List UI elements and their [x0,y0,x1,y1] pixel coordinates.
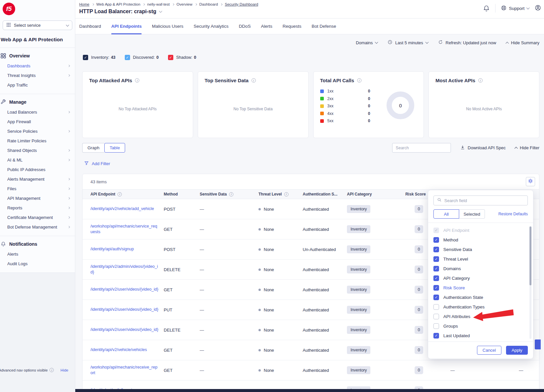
sidebar-item-api-management[interactable]: API Management [0,194,75,203]
refresh-button[interactable]: Refresh: Updated just now [438,40,496,46]
hide-nav-link[interactable]: Hide [60,368,68,372]
sidebar-item-files[interactable]: Files [0,184,75,194]
popup-tab-all[interactable]: All [433,209,459,219]
checkbox-unchecked-icon[interactable] [433,323,439,329]
popup-field-authentication-state[interactable]: ✓Authentication State [433,293,533,302]
breadcrumb-item[interactable]: Dashboard [199,2,218,6]
checkbox-checked-icon[interactable]: ✓ [433,256,439,262]
partially-hidden-blue-button[interactable] [535,339,541,349]
sidebar-item-alerts-management[interactable]: Alerts Management [0,174,75,184]
checkbox-checked-icon[interactable]: ✓ [168,55,173,60]
sidebar-item-ai-ml[interactable]: AI & ML [0,155,75,165]
search-input[interactable] [392,143,451,153]
sidebar-item-rate-limiter-policies[interactable]: Rate Limiter Policies [0,136,75,146]
chevron-down-icon[interactable] [159,10,162,13]
summary-filter-discovered[interactable]: ✓Discovered:0 [125,55,159,60]
checkbox-checked-icon[interactable]: ✓ [433,295,439,300]
popup-field-authentication-types[interactable]: Authentication Types [433,302,533,312]
tab-malicious-users[interactable]: Malicious Users [152,18,183,34]
sidebar-item-audit-logs[interactable]: Audit Logs [0,259,75,268]
account-menu[interactable] [534,4,541,12]
checkbox-unchecked-icon[interactable] [433,304,439,310]
api-endpoint-link[interactable]: /workshop/api/mechanic/receive_report [90,365,164,376]
api-endpoint-link[interactable]: /identity/api/v2/vehicle/vehicles [90,347,164,353]
time-range-dropdown[interactable]: Last 5 minutes [388,40,428,46]
info-icon[interactable]: i [252,78,256,83]
info-icon[interactable]: i [478,78,483,83]
checkbox-checked-icon[interactable]: ✓ [83,55,88,60]
popup-field-sensitive-data[interactable]: ✓Sensitive Data [433,245,533,254]
column-header-api-endpoint[interactable]: API Endpointi [90,192,164,196]
api-endpoint-link[interactable]: /workshop/api/mechanic/service_requests [90,224,164,235]
popup-field-risk-score[interactable]: ✓Risk Score [433,283,533,293]
sidebar-item-bot-defense-management[interactable]: Bot Defense Management [0,222,75,232]
sidebar-item-reports[interactable]: Reports [0,203,75,213]
column-header-risk-score[interactable]: Risk Score [395,192,431,196]
breadcrumb-item[interactable]: Security Dashboard [225,2,258,6]
checkbox-checked-icon[interactable]: ✓ [433,333,439,339]
checkbox-checked-icon[interactable]: ✓ [433,266,439,271]
sidebar-item-app-firewall[interactable]: App Firewall [0,117,75,126]
breadcrumb-item[interactable]: Overview [177,2,192,6]
column-header-threat-level[interactable]: Threat Leveli [258,192,303,196]
sidebar-item-app-traffic[interactable]: App Traffic [0,80,75,90]
api-endpoint-link[interactable]: /identity/api/v2/user/videos/{video_id} [90,307,164,313]
popup-field-threat-level[interactable]: ✓Threat Level [433,254,533,264]
breadcrumb-item[interactable]: Home [79,2,89,6]
summary-filter-shadow[interactable]: ✓Shadow:0 [168,55,196,60]
apply-button[interactable]: Apply [506,346,528,355]
sidebar-item-dashboards[interactable]: Dashboards [0,61,75,71]
popup-field-domains[interactable]: ✓Domains [433,264,533,273]
api-endpoint-link[interactable]: /identity/api/v2/user/videos/{video_id} [90,327,164,333]
sidebar-item-service-policies[interactable]: Service Policies [0,126,75,136]
hide-filter-button[interactable]: Hide Filter [515,145,539,150]
table-view-button[interactable]: Table [104,143,125,153]
checkbox-checked-icon[interactable]: ✓ [125,55,130,60]
info-icon[interactable]: i [357,78,361,83]
hide-summary-button[interactable]: Hide Summary [506,40,539,45]
sidebar-item-shared-objects[interactable]: Shared Objects [0,146,75,155]
support-menu[interactable]: Support [501,5,529,12]
download-api-spec-button[interactable]: Download API Spec [460,145,506,151]
column-header-authentication-s[interactable]: Authentication S... [303,192,347,196]
api-endpoint-link[interactable]: /identity/api/v2/vehicle/add_vehicle [90,206,164,212]
popup-field-groups[interactable]: Groups [433,321,533,331]
tab-requests[interactable]: Requests [283,18,301,34]
api-endpoint-link[interactable]: /identity/api/v2/user/videos/{video_id} [90,287,164,293]
popup-scrollbar[interactable] [529,226,531,339]
checkbox-checked-icon[interactable]: ✓ [433,228,439,233]
sidebar-item-alerts[interactable]: Alerts [0,249,75,259]
column-header-sensitive-data[interactable]: Sensitive Datai [200,192,258,196]
sidebar-item-load-balancers[interactable]: Load Balancers [0,107,75,117]
tab-api-endpoints[interactable]: API Endpoints [111,18,142,34]
graph-view-button[interactable]: Graph [82,143,104,153]
breadcrumb-item[interactable]: nelly-waf-test [147,2,170,6]
sidebar-item-certificate-management[interactable]: Certificate Management [0,213,75,222]
breadcrumb-item[interactable]: Web App & API Protection [96,2,140,6]
sidebar-item-threat-insights[interactable]: Threat Insights [0,71,75,80]
popup-search-field[interactable] [433,196,528,205]
checkbox-unchecked-icon[interactable] [433,314,439,319]
scrollbar-thumb[interactable] [529,227,531,285]
tab-ddos[interactable]: DDoS [239,18,251,34]
tab-dashboard[interactable]: Dashboard [79,18,101,34]
api-endpoint-link[interactable]: /identity/api/v2/admin/videos/{video_id} [90,264,164,275]
popup-field-api-endpoint[interactable]: ✓API Endpoint [433,226,533,235]
tab-security-analytics[interactable]: Security Analytics [194,18,229,34]
popup-field-api-category[interactable]: ✓API Category [433,273,533,283]
checkbox-checked-icon[interactable]: ✓ [433,275,439,281]
select-service-dropdown[interactable]: Select service [3,20,72,30]
tab-bot-defense[interactable]: Bot Defense [312,18,336,34]
add-filter-button[interactable]: Add Filter [84,161,110,166]
popup-tab-selected[interactable]: Selected [459,209,485,219]
notifications-bell-icon[interactable] [483,5,490,12]
popup-field-method[interactable]: ✓Method [433,235,533,245]
checkbox-checked-icon[interactable]: ✓ [433,237,439,243]
tab-alerts[interactable]: Alerts [261,18,272,34]
f5-logo[interactable]: f5 [3,3,15,15]
column-settings-button[interactable] [526,177,535,186]
popup-field-last-updated[interactable]: ✓Last Updated [433,331,533,340]
sidebar-item-public-ip-addresses[interactable]: Public IP Addresses [0,165,75,174]
domains-dropdown[interactable]: Domains [356,40,378,45]
cancel-button[interactable]: Cancel [477,346,501,355]
